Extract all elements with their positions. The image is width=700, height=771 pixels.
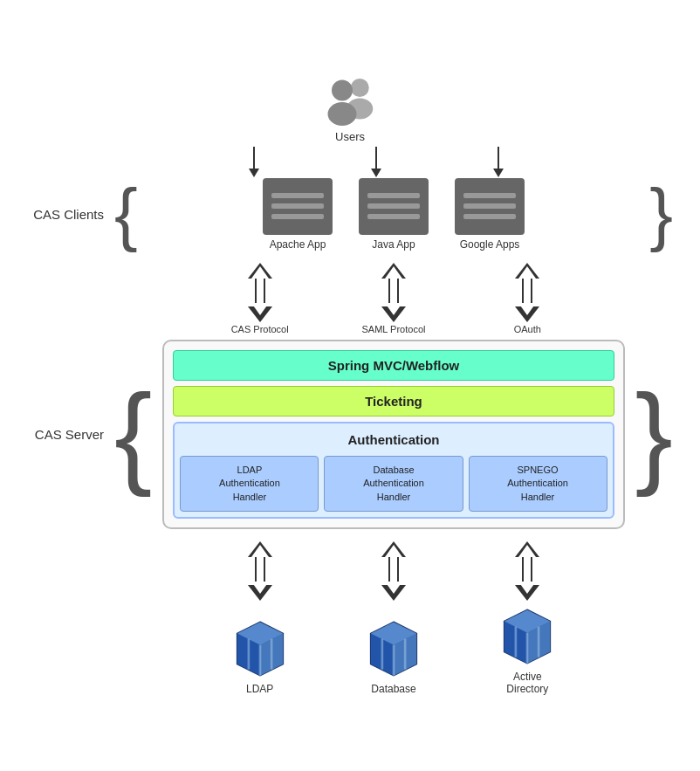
oauth-protocol-item: OAuth bbox=[475, 263, 580, 334]
apache-app-box: Apache App bbox=[263, 178, 333, 251]
arrow-shaft-1 bbox=[253, 147, 255, 169]
arrow-shaft-3 bbox=[498, 147, 499, 169]
bottom-arrow-down-3 bbox=[515, 585, 539, 601]
spring-bar: Spring MVC/Webflow bbox=[173, 350, 614, 381]
bottom-arrow-up-2 bbox=[381, 541, 406, 557]
google-app-icon bbox=[455, 178, 525, 235]
java-app-icon bbox=[359, 178, 429, 235]
saml-arrow-down bbox=[381, 306, 406, 322]
bottom-arrow-up-3 bbox=[515, 541, 539, 557]
arrow-line-2 bbox=[371, 147, 381, 178]
svg-point-2 bbox=[332, 79, 353, 100]
cas-protocol-label: CAS Protocol bbox=[231, 324, 289, 334]
ldap-db-icon bbox=[230, 618, 291, 679]
bottom-arrow-ldap bbox=[208, 541, 312, 601]
arrow-line-3 bbox=[493, 147, 504, 178]
saml-double-arrow bbox=[381, 263, 406, 322]
google-app-box: Google Apps bbox=[455, 178, 525, 251]
svg-point-3 bbox=[328, 102, 357, 126]
oauth-double-arrow bbox=[515, 263, 539, 322]
diagram: Users CAS Clients { Apache Ap bbox=[18, 59, 682, 712]
java-app-label: Java App bbox=[372, 238, 415, 251]
apache-app-label: Apache App bbox=[270, 238, 326, 251]
ticketing-bar: Ticketing bbox=[173, 386, 614, 416]
bracket-left-server: { bbox=[114, 377, 152, 491]
oauth-arrow-down bbox=[515, 306, 539, 322]
arrowhead-1 bbox=[249, 169, 259, 177]
saml-protocol-label: SAML Protocol bbox=[362, 324, 426, 334]
bracket-left-clients: { bbox=[114, 179, 138, 249]
saml-shaft-up bbox=[388, 279, 399, 293]
cas-arrow-down bbox=[248, 306, 272, 322]
bottom-double-arrow-3 bbox=[515, 541, 539, 601]
cas-clients-label: CAS Clients bbox=[27, 207, 114, 222]
cas-protocol-item: CAS Protocol bbox=[208, 263, 312, 334]
bottom-shaft-up-1 bbox=[255, 557, 265, 571]
oauth-protocol-label: OAuth bbox=[514, 324, 541, 334]
ldap-db-label: LDAP bbox=[246, 683, 273, 695]
bottom-arrow-up-1 bbox=[248, 541, 272, 557]
active-directory-db-label: ActiveDirectory bbox=[506, 671, 548, 695]
bottom-shaft-up-3 bbox=[522, 557, 532, 571]
server-content: Spring MVC/Webflow Ticketing Authenticat… bbox=[162, 340, 624, 529]
bracket-right-clients: } bbox=[649, 179, 673, 249]
auth-handlers: LDAPAuthenticationHandler DatabaseAuthen… bbox=[180, 456, 607, 512]
svg-point-0 bbox=[351, 79, 369, 97]
database-db-label: Database bbox=[371, 683, 415, 695]
spnego-handler-box: SPNEGOAuthenticationHandler bbox=[469, 456, 607, 512]
protocol-row: CAS Protocol SAML Protocol OAuth bbox=[106, 263, 594, 334]
active-directory-db-icon bbox=[497, 606, 558, 667]
users-to-clients-arrows bbox=[141, 147, 559, 178]
cas-clients-row: CAS Clients { Apache App Java App bbox=[27, 178, 673, 251]
bottom-arrow-down-1 bbox=[248, 585, 272, 601]
arrow-shaft-2 bbox=[375, 147, 377, 169]
bracket-right-server: } bbox=[635, 377, 673, 491]
users-section: Users bbox=[315, 76, 385, 143]
cas-arrow-up bbox=[248, 263, 272, 279]
users-label: Users bbox=[335, 130, 365, 143]
database-db-item: Database bbox=[341, 618, 446, 695]
oauth-arrow-up bbox=[515, 263, 539, 279]
apache-app-icon bbox=[263, 178, 333, 235]
cas-server-row: CAS Server { Spring MVC/Webflow Ticketin… bbox=[27, 340, 673, 529]
databases-row: LDAP Database bbox=[106, 606, 594, 695]
bottom-arrows-row bbox=[106, 541, 594, 601]
cas-shaft-up bbox=[255, 279, 265, 293]
ldap-db-item: LDAP bbox=[208, 618, 312, 695]
bottom-double-arrow-2 bbox=[381, 541, 406, 601]
auth-section: Authentication LDAPAuthenticationHandler… bbox=[173, 422, 614, 519]
java-app-box: Java App bbox=[359, 178, 429, 251]
ldap-handler-box: LDAPAuthenticationHandler bbox=[180, 456, 319, 512]
auth-label: Authentication bbox=[180, 429, 607, 451]
database-db-icon bbox=[363, 618, 424, 679]
cas-server-label: CAS Server bbox=[27, 427, 114, 442]
saml-protocol-item: SAML Protocol bbox=[341, 263, 446, 334]
bottom-arrow-ad bbox=[475, 541, 580, 601]
arrow-line-1 bbox=[249, 147, 259, 178]
bottom-double-arrow-1 bbox=[248, 541, 272, 601]
cas-double-arrow bbox=[248, 263, 272, 322]
clients-boxes: Apache App Java App Google Apps bbox=[143, 178, 645, 251]
google-app-label: Google Apps bbox=[460, 238, 520, 251]
oauth-shaft-up bbox=[522, 279, 532, 293]
db-handler-box: DatabaseAuthenticationHandler bbox=[324, 456, 463, 512]
bottom-shaft-up-2 bbox=[388, 557, 399, 571]
bottom-arrow-down-2 bbox=[381, 585, 406, 601]
saml-arrow-up bbox=[381, 263, 406, 279]
bottom-arrow-db bbox=[341, 541, 446, 601]
active-directory-db-item: ActiveDirectory bbox=[475, 606, 580, 695]
arrowhead-2 bbox=[371, 169, 381, 177]
arrowhead-3 bbox=[493, 169, 504, 177]
users-icon bbox=[315, 76, 385, 128]
